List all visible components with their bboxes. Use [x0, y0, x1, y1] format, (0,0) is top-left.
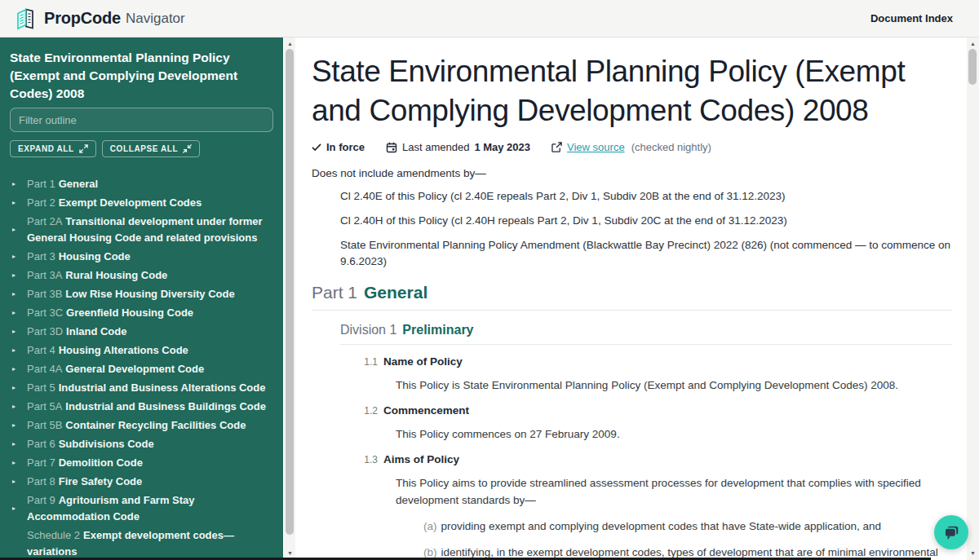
caret-right-icon: ▸	[12, 399, 16, 415]
expand-all-label: EXPAND ALL	[18, 144, 74, 153]
section-number: 1.3	[357, 454, 378, 465]
caret-right-icon: ▸	[12, 195, 16, 211]
scroll-up-arrow[interactable]: ▲	[967, 38, 979, 49]
status-badge: In force	[312, 141, 365, 153]
main-scrollbar-thumb[interactable]	[968, 49, 977, 85]
outline-item[interactable]: ▸Part 3DInland Code	[10, 324, 273, 340]
section: 1.3 Aims of Policy This Policy aims to p…	[357, 453, 952, 560]
outline-item[interactable]: ▸Part 4AGeneral Development Code	[10, 361, 273, 377]
outline-item[interactable]: ▸Part 5Industrial and Business Alteratio…	[10, 380, 273, 396]
outline-item[interactable]: ▸Part 2ATransitional development under f…	[10, 214, 273, 246]
app-header: PropCode Navigator Document Index	[0, 0, 979, 37]
sidebar-scrollbar-thumb[interactable]	[286, 49, 294, 535]
expand-all-button[interactable]: EXPAND ALL	[10, 140, 96, 157]
caret-right-icon: ▸	[12, 176, 16, 192]
outline-controls: EXPAND ALL COLLAPSE ALL	[10, 140, 273, 157]
part-number: Part 1	[312, 283, 357, 302]
amendments-list: Cl 2.40E of this Policy (cl 2.40E repeal…	[340, 188, 952, 270]
aims-list-item: (a)providing exempt and complying develo…	[423, 518, 952, 535]
brand-suffix: Navigator	[126, 11, 185, 27]
scroll-down-arrow[interactable]: ▼	[967, 548, 979, 558]
amended-date: 1 May 2023	[474, 141, 530, 153]
outline-item[interactable]: ▸Part 8Fire Safety Code	[10, 474, 273, 490]
collapse-all-button[interactable]: COLLAPSE ALL	[102, 140, 201, 157]
document-index-link[interactable]: Document Index	[870, 12, 953, 24]
sidebar-doc-title: State Environmental Planning Policy (Exe…	[10, 49, 273, 103]
app-logo-icon	[13, 7, 38, 31]
section-paragraph: This Policy aims to provide streamlined …	[396, 474, 952, 509]
division-heading: Division 1Preliminary	[340, 323, 952, 345]
main-scrollbar[interactable]: ▲ ▼	[967, 37, 979, 560]
expand-icon	[79, 144, 88, 153]
source-check-note: (checked nightly)	[631, 141, 711, 153]
amendment-note: State Environmental Planning Policy Amen…	[340, 237, 952, 270]
sidebar: State Environmental Planning Policy (Exe…	[0, 37, 283, 560]
outline-item[interactable]: ▸Part 1General	[10, 176, 273, 192]
outline-item-title: General Development Code	[65, 363, 204, 375]
section-heading: 1.2 Commencement	[357, 404, 952, 417]
list-text: providing exempt and complying developme…	[441, 520, 882, 532]
external-link-icon	[552, 142, 562, 152]
caret-right-icon: ▸	[12, 267, 16, 284]
brand: PropCode Navigator	[13, 7, 185, 31]
amended-label: Last amended	[402, 141, 469, 153]
view-source-link[interactable]: View source	[567, 141, 625, 153]
outline-item[interactable]: ▸Part 4Housing Alterations Code	[10, 342, 273, 359]
outline-item-title: Low Rise Housing Diversity Code	[65, 288, 234, 300]
check-icon	[312, 143, 321, 152]
calendar-icon	[386, 142, 397, 153]
section-heading: 1.1 Name of Policy	[357, 355, 952, 368]
caret-right-icon: ▸	[12, 455, 16, 471]
part-title: General	[364, 283, 427, 302]
outline-item-title: Exempt Development Codes	[59, 196, 202, 209]
amendments-intro: Does not include amendments by—	[312, 167, 952, 179]
section-paragraph: This Policy is State Environmental Plann…	[396, 377, 952, 394]
division-title: Preliminary	[402, 323, 473, 337]
outline-item[interactable]: ▸Schedule 2Exempt development codes—vari…	[10, 527, 273, 560]
section-heading: 1.3 Aims of Policy	[357, 453, 952, 465]
caret-right-icon: ▸	[12, 500, 16, 517]
caret-right-icon: ▸	[12, 286, 16, 302]
outline-item-number: Schedule 2	[27, 529, 80, 541]
sidebar-scrollbar[interactable]: ▲ ▼	[283, 37, 295, 560]
outline-item[interactable]: ▸Part 5BContainer Recycling Facilities C…	[10, 417, 273, 434]
outline-item-title: Subdivisions Code	[59, 438, 154, 450]
chat-widget-button[interactable]	[934, 515, 968, 549]
division-block: Division 1Preliminary 1.1 Name of Policy…	[340, 323, 952, 560]
caret-right-icon: ▸	[12, 342, 16, 359]
outline-item[interactable]: ▸Part 3ARural Housing Code	[10, 267, 273, 284]
outline-item[interactable]: ▸Part 2Exempt Development Codes	[10, 195, 273, 211]
outline-item-number: Part 3C	[27, 306, 63, 319]
app-window: PropCode Navigator Document Index State …	[0, 0, 979, 560]
section-title: Commencement	[383, 404, 469, 417]
outline-item[interactable]: ▸Part 6Subdivisions Code	[10, 436, 273, 452]
section-number: 1.2	[357, 405, 378, 417]
scroll-up-arrow[interactable]: ▲	[284, 38, 296, 49]
outline-item-title: Transitional development under former Ge…	[27, 215, 263, 244]
outline-item-number: Part 7	[27, 456, 55, 469]
brand-name: PropCode	[44, 9, 121, 28]
document-title: State Environmental Planning Policy (Exe…	[312, 52, 952, 130]
caret-right-icon: ▸	[12, 324, 16, 340]
outline-item-number: Part 5B	[27, 419, 62, 431]
outline-item[interactable]: ▸Part 5AIndustrial and Business Building…	[10, 399, 273, 415]
outline-item[interactable]: ▸Part 7Demolition Code	[10, 455, 273, 471]
outline-item[interactable]: ▸Part 3BLow Rise Housing Diversity Code	[10, 286, 273, 302]
caret-right-icon: ▸	[12, 417, 16, 434]
outline-item-number: Part 4	[27, 344, 55, 356]
outline-item[interactable]: ▸Part 3CGreenfield Housing Code	[10, 305, 273, 321]
outline-item[interactable]: ▸Part 3Housing Code	[10, 249, 273, 265]
outline-item-number: Part 6	[27, 438, 55, 450]
outline-item-title: Inland Code	[66, 325, 126, 337]
document-pane: State Environmental Planning Policy (Exe…	[295, 37, 967, 560]
outline-item[interactable]: ▸Part 9Agritourism and Farm Stay Accommo…	[10, 492, 273, 525]
list-marker: (b)	[423, 546, 437, 558]
source-row: View source (checked nightly)	[552, 141, 711, 153]
caret-right-icon: ▸	[12, 249, 16, 265]
outline-item-title: Industrial and Business Alterations Code	[59, 381, 266, 394]
filter-outline-input[interactable]	[10, 108, 273, 132]
outline-item-number: Part 2A	[27, 215, 62, 227]
outline-item-number: Part 3	[27, 250, 55, 262]
amendment-note: Cl 2.40E of this Policy (cl 2.40E repeal…	[340, 188, 952, 205]
outline-item-number: Part 4A	[27, 363, 62, 375]
